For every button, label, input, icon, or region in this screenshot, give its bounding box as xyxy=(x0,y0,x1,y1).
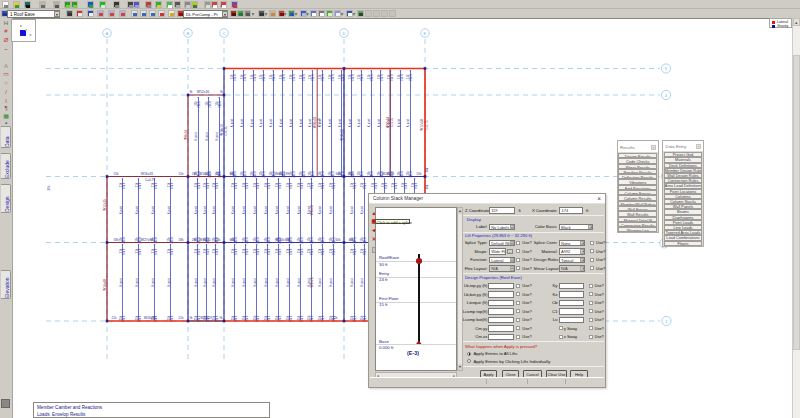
svg-text:79k ft: 79k ft xyxy=(233,74,237,81)
svg-text:79k ft: 79k ft xyxy=(321,248,325,255)
svg-text:60k: 60k xyxy=(336,238,341,242)
svg-text:W40x199: W40x199 xyxy=(275,172,289,176)
svg-text:94k: 94k xyxy=(336,172,341,176)
svg-text:B: B xyxy=(187,31,190,36)
svg-text:W14x48: W14x48 xyxy=(103,279,107,291)
svg-text:79k ft: 79k ft xyxy=(234,182,238,189)
svg-text:23k: 23k xyxy=(216,238,221,242)
svg-text:K joist: K joist xyxy=(338,119,342,127)
svg-text:C=0.75: C=0.75 xyxy=(145,178,155,182)
svg-text:79k ft: 79k ft xyxy=(394,182,398,189)
svg-text:79k ft: 79k ft xyxy=(197,101,201,108)
svg-text:79k ft: 79k ft xyxy=(197,182,201,189)
svg-text:K joist: K joist xyxy=(286,206,290,214)
svg-text:K joist: K joist xyxy=(286,278,290,286)
svg-text:W30x108: W30x108 xyxy=(276,238,290,242)
svg-text:K joist: K joist xyxy=(151,278,155,286)
svg-text:79k ft: 79k ft xyxy=(332,182,336,189)
svg-text:79k ft: 79k ft xyxy=(332,248,336,255)
svg-text:79k ft: 79k ft xyxy=(300,248,304,255)
svg-text:K joist: K joist xyxy=(269,119,273,127)
svg-text:E: E xyxy=(424,31,427,36)
svg-text:W16x40: W16x40 xyxy=(144,316,157,320)
svg-text:79k ft: 79k ft xyxy=(122,182,126,189)
svg-text:60k: 60k xyxy=(230,238,235,242)
svg-text:K joist: K joist xyxy=(212,206,216,214)
svg-text:79k ft: 79k ft xyxy=(197,248,201,255)
svg-text:K joist: K joist xyxy=(151,206,155,214)
svg-text:23k: 23k xyxy=(192,172,197,176)
svg-text:K joist: K joist xyxy=(350,278,354,286)
svg-text:94k: 94k xyxy=(230,172,235,176)
svg-text:K joist: K joist xyxy=(253,278,257,286)
svg-text:79k ft: 79k ft xyxy=(218,101,222,108)
svg-text:K joist: K joist xyxy=(308,119,312,127)
svg-text:K joist: K joist xyxy=(231,278,235,286)
svg-text:55k: 55k xyxy=(114,172,119,176)
svg-text:79k ft: 79k ft xyxy=(245,248,249,255)
svg-text:K joist: K joist xyxy=(348,119,352,127)
svg-text:21k: 21k xyxy=(179,316,184,320)
svg-text:9k: 9k xyxy=(220,316,224,320)
svg-text:K joist: K joist xyxy=(119,278,123,286)
svg-text:79k ft: 79k ft xyxy=(351,74,355,81)
svg-text:K joist: K joist xyxy=(231,206,235,214)
svg-text:79k ft: 79k ft xyxy=(245,182,249,189)
svg-text:K joist: K joist xyxy=(275,206,279,214)
svg-text:79k ft: 79k ft xyxy=(278,248,282,255)
svg-text:40k: 40k xyxy=(349,238,354,242)
svg-text:C=1.25: C=1.25 xyxy=(317,118,321,128)
svg-text:36k: 36k xyxy=(47,185,51,190)
svg-text:79k ft: 79k ft xyxy=(256,248,260,255)
svg-text:79k ft: 79k ft xyxy=(310,248,314,255)
svg-text:C: C xyxy=(222,31,225,36)
svg-text:A: A xyxy=(106,31,109,36)
svg-text:55k: 55k xyxy=(349,172,354,176)
svg-text:79k ft: 79k ft xyxy=(170,182,174,189)
svg-text:21k: 21k xyxy=(112,316,117,320)
svg-text:K joist: K joist xyxy=(297,278,301,286)
svg-text:23k: 23k xyxy=(192,238,197,242)
svg-text:79k ft: 79k ft xyxy=(215,248,219,255)
svg-text:79k ft: 79k ft xyxy=(363,248,367,255)
svg-text:K joist: K joist xyxy=(203,206,207,214)
svg-text:W12x58: W12x58 xyxy=(420,119,424,131)
svg-text:79k ft: 79k ft xyxy=(363,182,367,189)
svg-text:79k ft: 79k ft xyxy=(138,248,142,255)
svg-text:58k: 58k xyxy=(179,238,184,242)
svg-text:79k ft: 79k ft xyxy=(170,248,174,255)
svg-text:79k ft: 79k ft xyxy=(404,182,408,189)
svg-text:79k ft: 79k ft xyxy=(321,182,325,189)
svg-text:K joist: K joist xyxy=(259,119,263,127)
svg-text:79k ft: 79k ft xyxy=(300,182,304,189)
svg-text:K joist: K joist xyxy=(318,206,322,214)
svg-text:79k ft: 79k ft xyxy=(267,248,271,255)
svg-text:K joist: K joist xyxy=(360,278,364,286)
svg-text:9k: 9k xyxy=(190,90,194,94)
svg-text:79k ft: 79k ft xyxy=(138,182,142,189)
svg-text:79k ft: 79k ft xyxy=(380,74,384,81)
svg-text:79k ft: 79k ft xyxy=(331,74,335,81)
svg-text:79k ft: 79k ft xyxy=(384,182,388,189)
svg-text:38k: 38k xyxy=(425,167,429,172)
svg-text:K joist: K joist xyxy=(279,119,283,127)
svg-text:79k ft: 79k ft xyxy=(154,182,158,189)
svg-text:K joist: K joist xyxy=(230,119,234,127)
svg-text:W12x19: W12x19 xyxy=(200,316,212,320)
svg-text:79k ft: 79k ft xyxy=(206,248,210,255)
svg-text:K joist: K joist xyxy=(328,119,332,127)
svg-text:79k ft: 79k ft xyxy=(154,248,158,255)
svg-text:W27x84: W27x84 xyxy=(141,238,154,242)
svg-text:K joist: K joist xyxy=(194,132,198,140)
svg-text:79k ft: 79k ft xyxy=(253,74,257,81)
svg-text:C=1.25: C=1.25 xyxy=(390,118,394,128)
svg-text:79k ft: 79k ft xyxy=(353,248,357,255)
svg-text:79k ft: 79k ft xyxy=(409,74,413,81)
svg-text:79k ft: 79k ft xyxy=(360,74,364,81)
svg-text:K joist: K joist xyxy=(299,119,303,127)
svg-text:K joist: K joist xyxy=(264,278,268,286)
svg-text:79k ft: 79k ft xyxy=(414,182,418,189)
svg-text:K joist: K joist xyxy=(167,278,171,286)
svg-text:W12x35: W12x35 xyxy=(103,199,107,211)
svg-text:K joist: K joist xyxy=(212,278,216,286)
